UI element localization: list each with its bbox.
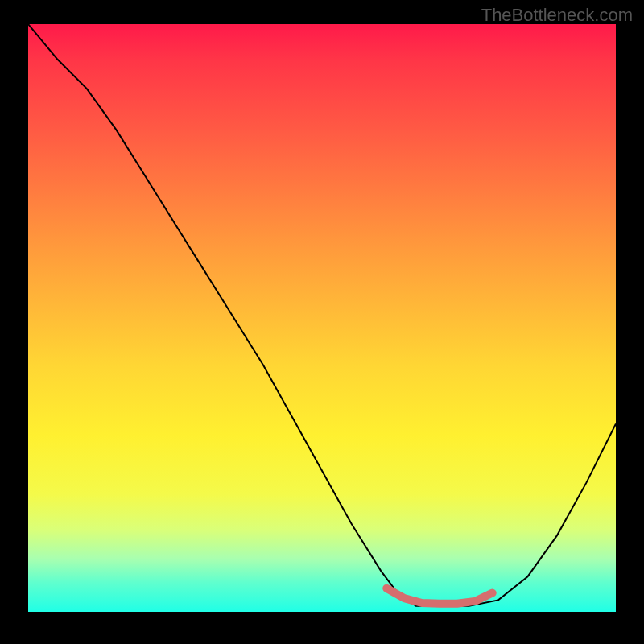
highlight-segment xyxy=(386,588,492,604)
chart-plot-area xyxy=(28,24,616,612)
series-container xyxy=(28,24,616,606)
watermark-text: TheBottleneck.com xyxy=(481,5,633,26)
main-curve xyxy=(28,24,616,606)
chart-svg xyxy=(28,24,616,612)
